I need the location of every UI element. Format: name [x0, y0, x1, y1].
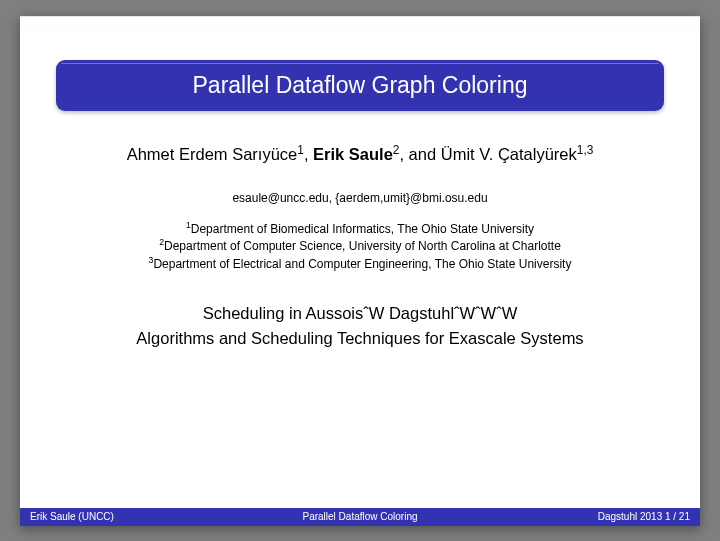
author-2-name: Erik Saule	[313, 145, 393, 163]
slide-page: Parallel Dataflow Graph Coloring Ahmet E…	[20, 16, 700, 526]
venue-block: Scheduling in AussoisˆW DagstuhlˆWˆWˆW A…	[56, 301, 664, 351]
authors-line: Ahmet Erdem Sarıyüce1, Erik Saule2, and …	[56, 143, 664, 165]
affiliation-2-text: Department of Computer Science, Universi…	[164, 239, 561, 253]
author-3-sup: 1,3	[577, 142, 594, 156]
author-1-name: Ahmet Erdem Sarıyüce	[127, 145, 298, 163]
sep: ,	[304, 145, 313, 163]
affiliation-3: 3Department of Electrical and Computer E…	[56, 256, 664, 273]
slide-title: Parallel Dataflow Graph Coloring	[74, 72, 646, 99]
author-1-sup: 1	[297, 142, 304, 156]
affiliations-block: 1Department of Biomedical Informatics, T…	[56, 221, 664, 273]
slide-content: Parallel Dataflow Graph Coloring Ahmet E…	[20, 30, 700, 508]
author-3-name: Ümit V. Çatalyürek	[441, 145, 577, 163]
affiliation-3-text: Department of Electrical and Computer En…	[153, 257, 571, 271]
affiliation-1-text: Department of Biomedical Informatics, Th…	[191, 222, 534, 236]
affiliation-2: 2Department of Computer Science, Univers…	[56, 238, 664, 255]
footer-title: Parallel Dataflow Coloring	[250, 511, 470, 522]
title-block: Parallel Dataflow Graph Coloring	[56, 60, 664, 111]
slide-footer: Erik Saule (UNCC) Parallel Dataflow Colo…	[20, 508, 700, 526]
sep: , and	[399, 145, 440, 163]
emails-line: esaule@uncc.edu, {aerdem,umit}@bmi.osu.e…	[56, 191, 664, 205]
nav-placeholder	[20, 16, 700, 30]
footer-page: Dagstuhl 2013 1 / 21	[470, 511, 690, 522]
venue-line-1: Scheduling in AussoisˆW DagstuhlˆWˆWˆW	[56, 301, 664, 326]
venue-line-2: Algorithms and Scheduling Techniques for…	[56, 326, 664, 351]
affiliation-1: 1Department of Biomedical Informatics, T…	[56, 221, 664, 238]
footer-author: Erik Saule (UNCC)	[30, 511, 250, 522]
